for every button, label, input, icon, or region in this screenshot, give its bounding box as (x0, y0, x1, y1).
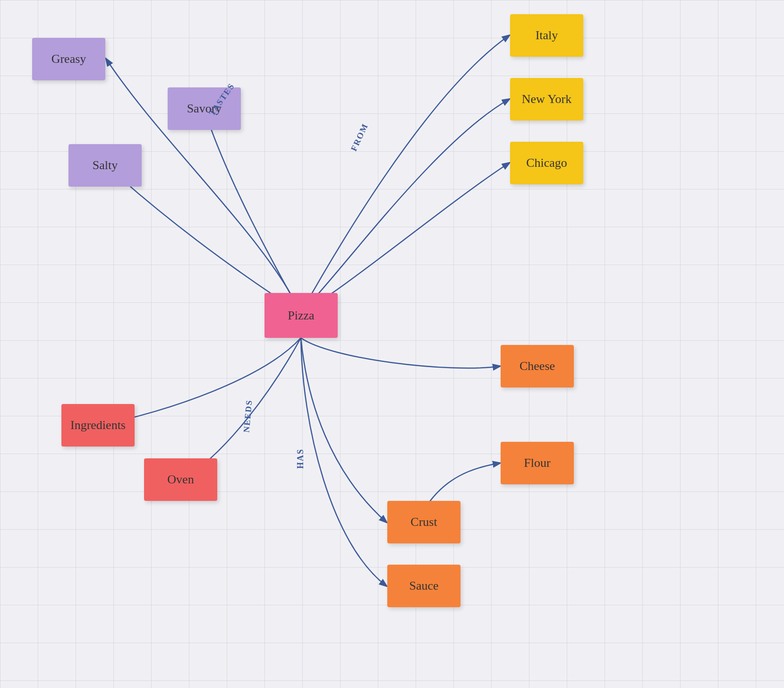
node-greasy[interactable]: Greasy (32, 38, 105, 80)
node-newyork[interactable]: New York (510, 78, 583, 120)
node-italy[interactable]: Italy (510, 14, 583, 57)
node-chicago[interactable]: Chicago (510, 142, 583, 184)
node-sauce[interactable]: Sauce (387, 565, 460, 607)
node-flour[interactable]: Flour (501, 442, 574, 484)
edge-label-has: HAS (296, 448, 306, 469)
node-crust[interactable]: Crust (387, 501, 460, 543)
node-salty[interactable]: Salty (68, 144, 142, 187)
edge-label-from: FROM (349, 122, 371, 153)
node-savory[interactable]: Savory (168, 87, 241, 130)
node-cheese[interactable]: Cheese (501, 345, 574, 387)
edge-label-needs: NEEDS (242, 399, 255, 433)
node-ingredients[interactable]: Ingredients (61, 404, 135, 447)
node-pizza[interactable]: Pizza (264, 293, 338, 338)
node-oven[interactable]: Oven (144, 458, 217, 501)
